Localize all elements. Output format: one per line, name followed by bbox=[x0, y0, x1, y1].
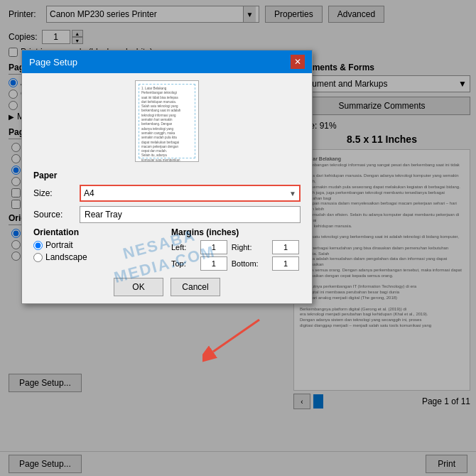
orientation-title: Orientation bbox=[33, 227, 163, 237]
top-margin-label: Top: bbox=[171, 259, 198, 268]
source-value: Rear Tray bbox=[85, 210, 122, 220]
left-margin-label: Left: bbox=[171, 243, 198, 251]
ok-button[interactable]: OK bbox=[114, 278, 163, 296]
top-margin-input[interactable] bbox=[200, 256, 227, 271]
margins-col: Margins (inches) Left: Right: Top: Botto… bbox=[171, 227, 301, 271]
cancel-button[interactable]: Cancel bbox=[171, 278, 220, 296]
right-margin-label: Right: bbox=[232, 243, 269, 251]
portrait-label: Portrait bbox=[45, 240, 73, 250]
bottom-margin-input[interactable] bbox=[272, 256, 299, 271]
orientation-margins-row: Orientation Portrait Landscape Margins (… bbox=[33, 227, 301, 271]
size-label: Size: bbox=[33, 188, 80, 198]
size-dropdown-arrow[interactable]: ▼ bbox=[289, 190, 296, 198]
page-setup-dialog: Page Setup ✕ 1. Latar Belakang Perkemban… bbox=[21, 50, 313, 304]
margins-title: Margins (inches) bbox=[171, 227, 301, 237]
bottom-margin-label: Bottom: bbox=[232, 259, 269, 268]
main-dialog: Printer: Canon MP230 series Printer ▼ Pr… bbox=[0, 0, 476, 476]
dialog-buttons: OK Cancel bbox=[33, 278, 301, 296]
dialog-body: 1. Latar Belakang Perkembangan teknologi… bbox=[22, 73, 312, 303]
source-select[interactable]: Rear Tray bbox=[80, 206, 301, 223]
dialog-preview: 1. Latar Belakang Perkembangan teknologi… bbox=[135, 80, 199, 162]
landscape-radio[interactable] bbox=[33, 253, 43, 262]
dialog-titlebar: Page Setup ✕ bbox=[22, 50, 312, 73]
size-value: A4 bbox=[84, 188, 94, 198]
size-select[interactable]: A4 ▼ bbox=[80, 185, 301, 202]
size-row: Size: A4 ▼ bbox=[33, 185, 301, 202]
orientation-col: Orientation Portrait Landscape bbox=[33, 227, 163, 271]
landscape-label: Landscape bbox=[45, 252, 87, 262]
left-margin-input[interactable] bbox=[200, 240, 227, 254]
dialog-preview-inner: 1. Latar Belakang Perkembangan teknologi… bbox=[139, 84, 195, 158]
dialog-title: Page Setup bbox=[29, 57, 77, 67]
dialog-close-button[interactable]: ✕ bbox=[291, 55, 305, 69]
portrait-radio[interactable] bbox=[33, 241, 43, 250]
right-margin-input[interactable] bbox=[272, 240, 299, 254]
paper-section-title: Paper bbox=[33, 171, 301, 180]
margins-grid: Left: Right: Top: Bottom: bbox=[171, 240, 301, 271]
dialog-preview-lines: 1. Latar Belakang Perkembangan teknologi… bbox=[141, 87, 193, 162]
portrait-radio-row: Portrait bbox=[33, 240, 163, 250]
landscape-radio-row: Landscape bbox=[33, 252, 163, 262]
source-label: Source: bbox=[33, 210, 80, 220]
source-row: Source: Rear Tray bbox=[33, 206, 301, 223]
